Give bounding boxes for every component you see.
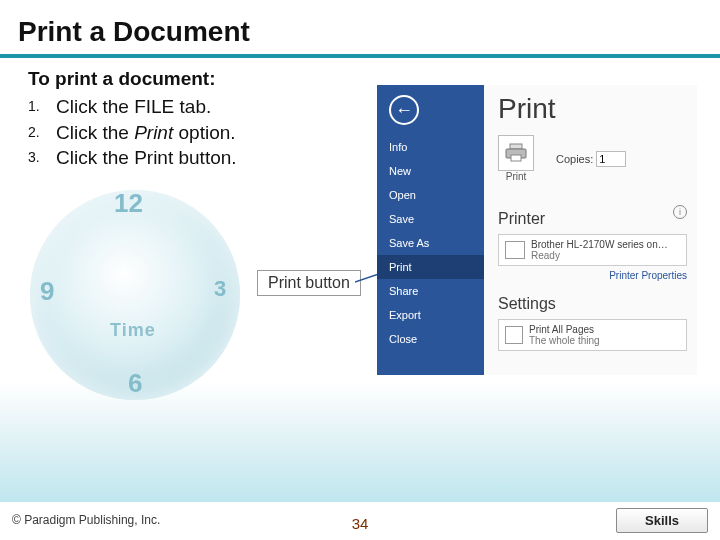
nav-save-as[interactable]: Save As <box>377 231 484 255</box>
nav-export[interactable]: Export <box>377 303 484 327</box>
device-status: Ready <box>531 250 668 261</box>
device-name: Brother HL-2170W series on… <box>531 239 668 250</box>
nav-close[interactable]: Close <box>377 327 484 351</box>
printer-selector[interactable]: Brother HL-2170W series on… Ready <box>498 234 687 266</box>
print-button[interactable] <box>498 135 534 171</box>
page-title: Print a Document <box>18 16 250 48</box>
setting-title: Print All Pages <box>529 324 600 335</box>
file-menu-pane: ← Info New Open Save Save As Print Share… <box>377 85 484 375</box>
copies-input[interactable] <box>596 151 626 167</box>
nav-new[interactable]: New <box>377 159 484 183</box>
title-band: Print a Document <box>0 0 720 58</box>
nav-print[interactable]: Print <box>377 255 484 279</box>
info-icon[interactable]: i <box>673 205 687 219</box>
copies-label: Copies: <box>556 153 593 165</box>
print-range-selector[interactable]: Print All Pages The whole thing <box>498 319 687 351</box>
print-heading: Print <box>498 93 687 125</box>
svg-rect-3 <box>511 155 521 161</box>
clock-6: 6 <box>128 368 142 399</box>
callout-print-button: Print button <box>257 270 361 296</box>
nav-open[interactable]: Open <box>377 183 484 207</box>
step-1: 1. Click the FILE tab. <box>28 94 368 120</box>
printer-properties-link[interactable]: Printer Properties <box>498 270 687 281</box>
clock-label: Time <box>110 320 156 341</box>
page-number: 34 <box>352 515 369 532</box>
clock-12: 12 <box>114 188 143 219</box>
print-button-label: Print <box>498 171 534 182</box>
lead-text: To print a document: <box>28 68 368 90</box>
printer-icon <box>505 143 527 163</box>
step-3: 3. Click the Print button. <box>28 145 368 171</box>
decorative-clock: 12 3 6 9 Time <box>0 180 370 440</box>
nav-info[interactable]: Info <box>377 135 484 159</box>
step-num: 1. <box>28 94 56 120</box>
print-pane: Print Print Copies: Printer i <box>484 85 697 375</box>
nav-share[interactable]: Share <box>377 279 484 303</box>
device-icon <box>505 241 525 259</box>
settings-section-heading: Settings <box>498 295 687 313</box>
printer-section-heading: Printer <box>498 210 545 228</box>
step-text: Click the Print option. <box>56 120 236 146</box>
step-num: 3. <box>28 145 56 171</box>
clock-9: 9 <box>40 276 54 307</box>
copyright: © Paradigm Publishing, Inc. <box>12 513 160 527</box>
skills-button[interactable]: Skills <box>616 508 708 533</box>
instructions: To print a document: 1. Click the FILE t… <box>28 68 368 171</box>
pages-icon <box>505 326 523 344</box>
svg-rect-1 <box>510 144 522 149</box>
clock-3: 3 <box>214 276 226 302</box>
step-num: 2. <box>28 120 56 146</box>
back-icon[interactable]: ← <box>389 95 419 125</box>
setting-sub: The whole thing <box>529 335 600 346</box>
step-text: Click the Print button. <box>56 145 237 171</box>
word-print-screenshot: ← Info New Open Save Save As Print Share… <box>377 85 697 375</box>
nav-save[interactable]: Save <box>377 207 484 231</box>
step-text: Click the FILE tab. <box>56 94 211 120</box>
step-2: 2. Click the Print option. <box>28 120 368 146</box>
